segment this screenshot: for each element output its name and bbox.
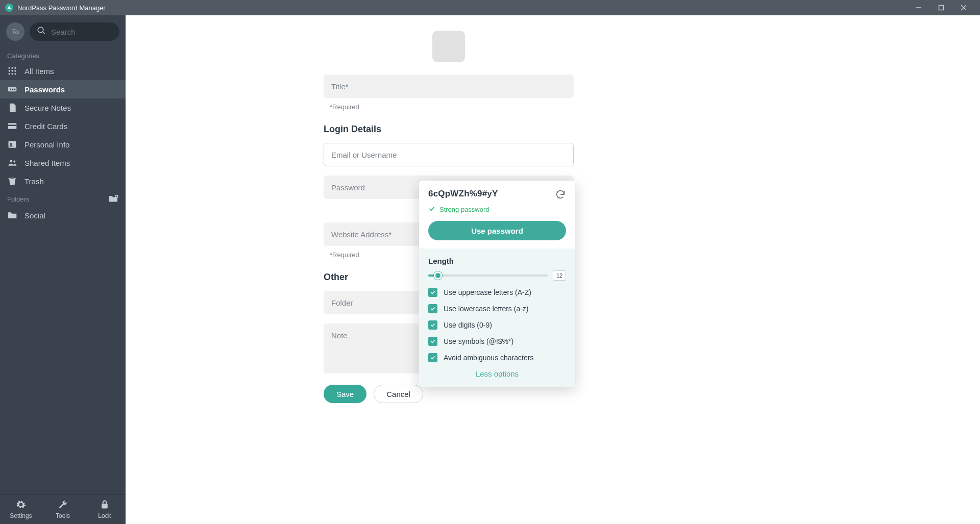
email-field[interactable]: Email or Username xyxy=(324,143,574,166)
password-placeholder: Password xyxy=(331,183,365,192)
sidebar-item-label: Shared Items xyxy=(24,159,70,167)
refresh-icon[interactable] xyxy=(555,189,566,202)
svg-point-7 xyxy=(9,70,10,71)
svg-rect-19 xyxy=(9,141,16,147)
window-title: NordPass Password Manager xyxy=(17,4,106,12)
lock-label: Lock xyxy=(98,512,111,519)
folder-item-social[interactable]: Social xyxy=(0,206,126,224)
lock-icon xyxy=(100,500,110,511)
option-digits[interactable]: Use digits (0-9) xyxy=(428,320,566,330)
card-icon xyxy=(7,121,17,131)
lock-button[interactable]: Lock xyxy=(84,495,126,524)
title-field[interactable]: Title* xyxy=(324,74,574,98)
folder-icon xyxy=(7,210,17,220)
checkbox-checked-icon xyxy=(428,337,437,346)
email-placeholder: Email or Username xyxy=(331,151,397,159)
svg-rect-18 xyxy=(8,125,17,127)
generated-password: 6cQpWZh%9#yY xyxy=(428,189,498,199)
website-placeholder: Website Address* xyxy=(331,230,391,239)
password-strength: Strong password xyxy=(428,205,566,214)
length-slider[interactable] xyxy=(428,275,548,277)
checkbox-checked-icon xyxy=(428,320,437,330)
svg-point-4 xyxy=(9,67,10,69)
tools-button[interactable]: Tools xyxy=(42,495,84,524)
checkbox-checked-icon xyxy=(428,353,437,362)
svg-rect-24 xyxy=(102,504,108,508)
slider-thumb[interactable] xyxy=(434,271,442,280)
search-input-wrapper[interactable] xyxy=(30,22,119,41)
option-label: Use symbols (@!$%*) xyxy=(444,337,513,345)
save-button[interactable]: Save xyxy=(324,385,366,403)
window-titlebar: NordPass Password Manager xyxy=(0,0,980,15)
sidebar-item-label: Trash xyxy=(24,177,44,186)
password-icon xyxy=(7,84,17,94)
sidebar-item-trash[interactable]: Trash xyxy=(0,172,126,190)
svg-point-22 xyxy=(13,161,15,163)
sidebar-item-all-items[interactable]: All Items xyxy=(0,62,126,80)
sidebar-item-passwords[interactable]: Passwords xyxy=(0,80,126,98)
search-icon xyxy=(37,26,46,37)
sidebar-item-secure-notes[interactable]: Secure Notes xyxy=(0,98,126,117)
sidebar-item-label: Credit Cards xyxy=(24,122,67,131)
gear-icon xyxy=(16,500,26,511)
checkbox-checked-icon xyxy=(428,288,437,297)
categories-label: Categories xyxy=(0,48,126,62)
grid-icon xyxy=(7,66,17,76)
strength-label: Strong password xyxy=(439,206,489,213)
settings-button[interactable]: Settings xyxy=(0,495,42,524)
folders-label: Folders xyxy=(7,195,29,203)
sidebar-item-credit-cards[interactable]: Credit Cards xyxy=(0,117,126,135)
option-label: Use uppercase letters (A-Z) xyxy=(444,288,531,296)
login-details-heading: Login Details xyxy=(324,124,574,135)
people-icon xyxy=(7,158,17,168)
folder-placeholder: Folder xyxy=(331,298,353,307)
item-icon-placeholder[interactable] xyxy=(432,31,465,62)
note-icon xyxy=(7,103,17,113)
option-label: Avoid ambiguous characters xyxy=(444,354,533,362)
option-lowercase[interactable]: Use lowercase letters (a-z) xyxy=(428,304,566,313)
sidebar-item-label: Personal Info xyxy=(24,140,69,149)
add-folder-icon[interactable] xyxy=(108,194,118,204)
note-placeholder: Note xyxy=(331,331,348,340)
avatar[interactable]: To xyxy=(6,22,24,41)
svg-point-16 xyxy=(14,89,16,90)
svg-point-14 xyxy=(10,89,11,90)
length-label: Length xyxy=(428,257,566,265)
sidebar-item-label: Passwords xyxy=(24,85,65,94)
svg-point-12 xyxy=(14,73,16,74)
svg-point-8 xyxy=(11,70,13,71)
svg-point-6 xyxy=(14,67,16,69)
svg-point-5 xyxy=(11,67,13,69)
window-maximize[interactable] xyxy=(930,0,952,15)
required-note: *Required xyxy=(324,98,574,111)
wrench-icon xyxy=(58,500,68,511)
sidebar-item-label: All Items xyxy=(24,67,54,76)
window-minimize[interactable] xyxy=(908,0,930,15)
svg-rect-1 xyxy=(939,6,944,10)
length-value[interactable]: 12 xyxy=(553,270,566,281)
option-uppercase[interactable]: Use uppercase letters (A-Z) xyxy=(428,288,566,297)
option-label: Use digits (0-9) xyxy=(444,321,492,329)
window-close[interactable] xyxy=(952,0,975,15)
sidebar-item-label: Secure Notes xyxy=(24,104,71,112)
sidebar-item-shared-items[interactable]: Shared Items xyxy=(0,154,126,172)
option-ambiguous[interactable]: Avoid ambiguous characters xyxy=(428,353,566,362)
settings-label: Settings xyxy=(10,512,32,519)
cancel-button[interactable]: Cancel xyxy=(374,385,423,403)
less-options-link[interactable]: Less options xyxy=(428,369,566,378)
folder-item-label: Social xyxy=(24,211,45,220)
tools-label: Tools xyxy=(56,512,70,519)
use-password-button[interactable]: Use password xyxy=(428,221,566,240)
svg-point-11 xyxy=(11,73,13,74)
svg-point-15 xyxy=(12,89,13,90)
search-input[interactable] xyxy=(51,28,112,36)
checkbox-checked-icon xyxy=(428,304,437,313)
password-generator-popover: 6cQpWZh%9#yY Strong password Use passwor… xyxy=(419,181,575,387)
title-placeholder: Title* xyxy=(331,82,349,91)
trash-icon xyxy=(7,176,17,186)
svg-point-20 xyxy=(10,143,12,145)
sidebar-item-personal-info[interactable]: Personal Info xyxy=(0,135,126,154)
svg-point-21 xyxy=(10,160,12,162)
option-symbols[interactable]: Use symbols (@!$%*) xyxy=(428,337,566,346)
svg-point-9 xyxy=(14,70,16,71)
